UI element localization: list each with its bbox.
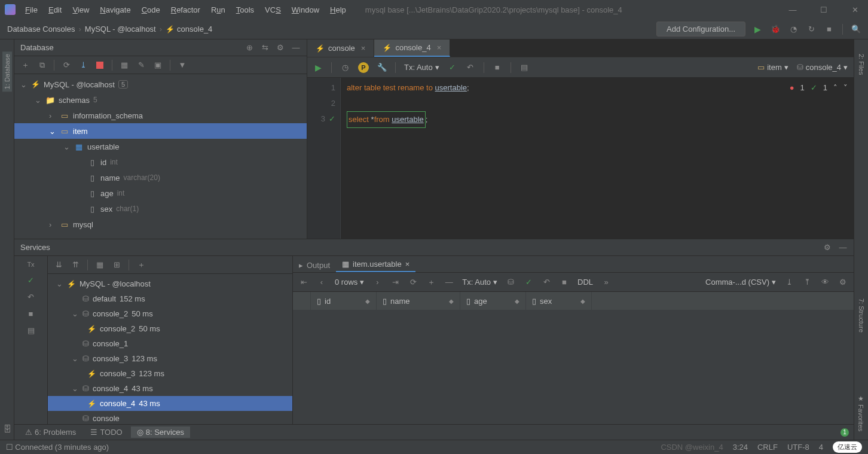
add-icon[interactable]: ＋ — [136, 260, 146, 270]
refresh-icon[interactable]: ⟳ — [62, 60, 71, 70]
col-header[interactable]: ▯sex◆ — [526, 292, 592, 310]
tx-selector[interactable]: Tx: Auto ▾ — [462, 278, 497, 287]
prev-page-icon[interactable]: ‹ — [317, 278, 326, 287]
menu-tools[interactable]: Tools — [231, 3, 259, 17]
rail-structure[interactable]: 7: Structure — [857, 296, 866, 335]
row-num-header[interactable] — [293, 292, 311, 310]
console-icon[interactable]: ▣ — [153, 60, 163, 70]
first-page-icon[interactable]: ⇤ — [299, 278, 308, 287]
refresh-icon[interactable]: ⟳ — [408, 278, 418, 287]
tab-console-4[interactable]: ⚡console_4× — [374, 39, 450, 57]
tree-schemas[interactable]: ⌄ 📁 schemas 5 — [14, 92, 307, 108]
table-icon[interactable]: ▦ — [120, 60, 129, 70]
rail-files[interactable]: 2: Files — [857, 51, 866, 77]
tab-table-result[interactable]: ▦item.usertable× — [336, 257, 415, 272]
menu-help[interactable]: Help — [325, 3, 351, 17]
collapse-all-icon[interactable]: ⇈ — [71, 260, 80, 270]
svc-row[interactable]: ⛁console_1 — [48, 336, 292, 351]
sort-icon[interactable]: ◆ — [515, 298, 519, 304]
tree-datasource[interactable]: ⌄ ⚡ MySQL - @localhost 5 — [14, 77, 307, 92]
add-configuration-button[interactable]: Add Configuration... — [656, 22, 745, 36]
rows-selector[interactable]: 0 rows ▾ — [335, 278, 364, 287]
code-editor[interactable]: 1 2 3✓ alter table test rename to userta… — [307, 78, 854, 239]
sync-icon[interactable]: ⤓ — [78, 60, 88, 70]
close-icon[interactable]: × — [437, 43, 442, 52]
layout-icon[interactable]: ▤ — [26, 325, 36, 335]
menu-window[interactable]: Window — [287, 3, 324, 17]
debug-icon[interactable]: 🐞 — [771, 25, 780, 34]
close-icon[interactable]: × — [405, 260, 410, 269]
tree-column[interactable]: ▯sexchar(1) — [14, 201, 307, 217]
gear-icon[interactable]: ⚙ — [838, 278, 848, 287]
tree-column[interactable]: ▯namevarchar(20) — [14, 170, 307, 185]
tree-schema-info[interactable]: › ▭ information_schema — [14, 108, 307, 123]
cursor-pos[interactable]: 3:24 — [733, 443, 748, 452]
menu-navigate[interactable]: Navigate — [95, 3, 135, 17]
tree-column[interactable]: ▯ageint — [14, 185, 307, 201]
hide-icon[interactable]: — — [291, 43, 301, 53]
svc-row[interactable]: ⚡console_443 ms — [48, 396, 292, 411]
eye-icon[interactable]: 👁 — [820, 278, 830, 287]
svc-row[interactable]: ⌄⛁console_250 ms — [48, 306, 292, 321]
search-icon[interactable]: 🔍 — [851, 25, 861, 34]
download-icon[interactable]: ⤓ — [784, 278, 794, 287]
history-icon[interactable]: ◷ — [340, 63, 350, 72]
tree-schema-mysql[interactable]: › ▭ mysql — [14, 217, 307, 232]
menu-run[interactable]: Run — [206, 3, 230, 17]
menu-file[interactable]: File — [20, 3, 42, 17]
sort-icon[interactable]: ◆ — [449, 298, 454, 304]
filter-icon[interactable]: ▼ — [178, 60, 187, 70]
menu-edit[interactable]: Edit — [44, 3, 66, 17]
svc-row[interactable]: ⛁default152 ms — [48, 291, 292, 306]
commit-icon[interactable]: ✓ — [26, 275, 36, 285]
rail-database[interactable]: 1: Database — [2, 51, 12, 92]
menu-vcs[interactable]: VCS — [260, 3, 286, 17]
col-header[interactable]: ▯name◆ — [377, 292, 460, 310]
gear-icon[interactable]: ⚙ — [276, 43, 285, 53]
add-icon[interactable]: ＋ — [20, 60, 30, 70]
wrench-icon[interactable]: 🔧 — [377, 63, 387, 72]
stop-icon[interactable]: ■ — [560, 278, 569, 287]
last-page-icon[interactable]: ⇥ — [390, 278, 400, 287]
export-format[interactable]: Comma-...d (CSV) ▾ — [705, 278, 776, 287]
expand-icon[interactable]: ⇆ — [260, 43, 270, 53]
notification-badge[interactable]: 1 — [841, 428, 849, 437]
sort-icon[interactable]: ◆ — [580, 298, 585, 304]
bc-db-consoles[interactable]: Database Consoles — [7, 25, 75, 33]
svc-row[interactable]: ⌄⛁console_443 ms — [48, 381, 292, 396]
tab-services[interactable]: ◎8: Services — [131, 426, 190, 438]
menu-code[interactable]: Code — [137, 3, 165, 17]
line-sep[interactable]: CRLF — [757, 443, 778, 452]
stop-icon[interactable] — [95, 60, 105, 70]
group-icon[interactable]: ▦ — [95, 260, 105, 270]
tx-selector[interactable]: Tx: Auto ▾ — [404, 63, 439, 72]
code-body[interactable]: alter table test rename to usertable; se… — [341, 78, 854, 239]
upload-icon[interactable]: ⤒ — [802, 278, 812, 287]
stop-icon[interactable]: ■ — [493, 63, 502, 72]
warning-icon[interactable]: ✓ — [811, 80, 817, 96]
col-header[interactable]: ▯age◆ — [460, 292, 526, 310]
error-icon[interactable]: ● — [790, 80, 794, 96]
maximize-button[interactable]: ☐ — [815, 5, 832, 14]
rollback-icon[interactable]: ↶ — [466, 63, 475, 72]
close-button[interactable]: ✕ — [846, 5, 863, 14]
svc-row[interactable]: ⚡console_3123 ms — [48, 366, 292, 381]
rail-favorites[interactable]: ★ Favorites — [856, 392, 866, 434]
coverage-icon[interactable]: ◔ — [788, 25, 798, 34]
rollback-icon[interactable]: ↶ — [542, 278, 551, 287]
session-selector[interactable]: ⛁ console_4 ▾ — [797, 63, 848, 72]
layout-icon[interactable]: ▤ — [519, 63, 529, 72]
menu-refactor[interactable]: Refactor — [166, 3, 205, 17]
db-icon[interactable]: ⛁ — [506, 278, 515, 287]
chevron-down-icon[interactable]: ˅ — [843, 80, 848, 96]
bc-datasource[interactable]: MySQL - @localhost — [85, 25, 156, 33]
tree-schema-item[interactable]: ⌄ ▭ item — [14, 123, 307, 139]
copy-icon[interactable]: ⧉ — [37, 60, 47, 70]
hide-icon[interactable]: — — [838, 243, 848, 252]
target-icon[interactable]: ⊕ — [244, 43, 254, 53]
plan-icon[interactable]: P — [358, 62, 369, 73]
commit-icon[interactable]: ✓ — [448, 63, 457, 72]
expand-all-icon[interactable]: ⇊ — [54, 260, 63, 270]
profiler-icon[interactable]: ↻ — [806, 25, 816, 34]
rollback-icon[interactable]: ↶ — [26, 292, 36, 301]
